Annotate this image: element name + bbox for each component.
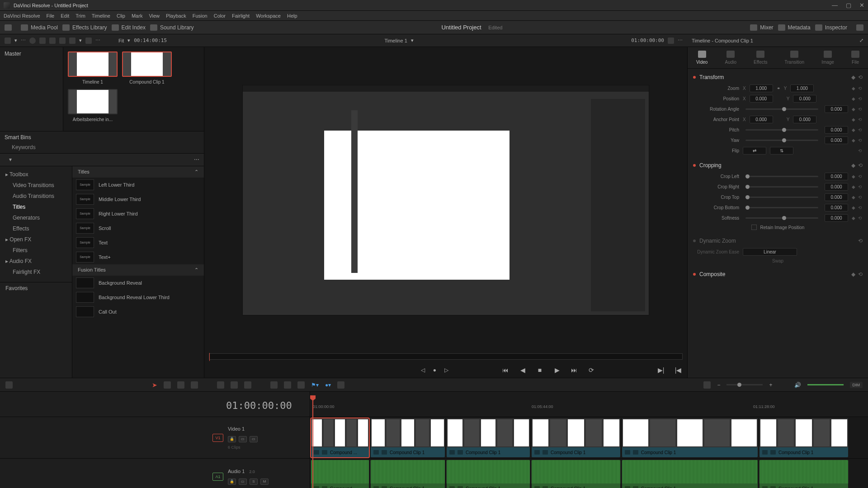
title-preset[interactable]: SampleLeft Lower Third	[72, 178, 204, 192]
first-frame-button[interactable]: ⏮	[501, 366, 510, 375]
volume-icon[interactable]: 🔊	[794, 382, 801, 388]
media-pool-button[interactable]: Media Pool	[21, 24, 58, 31]
more-icon[interactable]: ⋯	[21, 38, 26, 43]
disable-track-icon[interactable]: ▭	[250, 436, 258, 442]
audio-clip[interactable]: Compound ...	[311, 460, 369, 488]
effects-node-effects[interactable]: Effects	[0, 223, 72, 234]
inspector-tab-image[interactable]: Image	[821, 51, 834, 65]
audio-track-header[interactable]: A1 Audio 12.0 🔒▭SM	[0, 458, 310, 488]
master-bin[interactable]: Master	[5, 51, 58, 57]
audio-track[interactable]: Compound ...Compound Clip 1Compound Clip…	[310, 459, 868, 488]
clip-thumbnail[interactable]: Arbeitsbereiche in...	[68, 89, 118, 122]
crop-left-slider[interactable]	[745, 176, 818, 177]
expand-icon[interactable]	[856, 24, 863, 31]
volume-slider[interactable]	[807, 384, 844, 385]
dim-button[interactable]: DIM	[850, 382, 863, 388]
menu-file[interactable]: File	[47, 13, 55, 19]
audio-clip[interactable]: Compound Clip 1	[447, 460, 530, 488]
flag-icon[interactable]: ⚑▾	[311, 382, 319, 388]
lock-track-icon[interactable]: 🔒	[228, 436, 236, 442]
flip-v-button[interactable]: ⇅	[770, 147, 793, 155]
auto-select-icon[interactable]: ▭	[239, 436, 247, 442]
video-track[interactable]: Compound ...Compound Clip 1Compound Clip…	[310, 417, 868, 459]
effects-library-button[interactable]: Effects Library	[62, 24, 107, 31]
menu-view[interactable]: View	[149, 13, 160, 19]
audio-clip[interactable]: Compound Clip 1	[760, 460, 848, 488]
title-preset[interactable]: SampleRight Lower Third	[72, 206, 204, 221]
effects-node-fairlight-fx[interactable]: Fairlight FX	[0, 267, 72, 277]
snap-icon[interactable]	[270, 381, 278, 389]
keyframe-icon[interactable]: ◆	[851, 74, 855, 80]
insert-icon[interactable]	[217, 381, 224, 389]
video-clip[interactable]: Compound ...	[311, 418, 369, 457]
menu-timeline[interactable]: Timeline	[92, 13, 110, 19]
pos-y-input[interactable]: 0.000	[793, 95, 816, 103]
clip-thumbnail[interactable]: Timeline 1	[68, 52, 118, 84]
viewer[interactable]	[204, 47, 687, 353]
crop-left-input[interactable]: 0.000	[825, 173, 848, 180]
timeline-name[interactable]: Timeline 1	[384, 38, 407, 43]
effects-node-video-transitions[interactable]: Video Transitions	[0, 180, 72, 191]
menu-edit[interactable]: Edit	[61, 13, 69, 19]
overwrite-icon[interactable]	[231, 381, 238, 389]
blade-tool-icon[interactable]	[191, 381, 198, 389]
lock-track-icon[interactable]: 🔒	[228, 479, 236, 485]
video-clip[interactable]: Compound Clip 1	[622, 418, 758, 457]
ease-select[interactable]: Linear	[743, 248, 797, 256]
fusion-title-preset[interactable]: Call Out	[72, 305, 204, 319]
inspector-tab-file[interactable]: File	[851, 51, 859, 65]
edit-index-button[interactable]: Edit Index	[112, 24, 146, 31]
favorites-section[interactable]: Favorites	[0, 282, 72, 294]
viewer-scrubber[interactable]	[209, 353, 683, 360]
lock-icon[interactable]	[297, 381, 305, 389]
smart-bins-header[interactable]: Smart Bins	[5, 134, 199, 141]
view-list-icon[interactable]	[49, 38, 56, 44]
bypass-icon[interactable]	[668, 38, 674, 44]
replace-icon[interactable]	[244, 381, 251, 389]
minimize-button[interactable]: —	[832, 2, 838, 9]
effects-node-filters[interactable]: Filters	[0, 245, 72, 256]
menu-help[interactable]: Help	[287, 13, 297, 19]
play-button[interactable]: ▶	[552, 366, 561, 375]
zoom-out-button[interactable]: −	[717, 382, 720, 388]
maximize-button[interactable]: ▢	[846, 2, 851, 9]
menu-clip[interactable]: Clip	[117, 13, 125, 19]
prev-frame-button[interactable]: ◀	[518, 366, 527, 375]
effects-node-generators[interactable]: Generators	[0, 212, 72, 223]
crop-top-slider[interactable]	[745, 197, 818, 198]
menu-fairlight[interactable]: Fairlight	[232, 13, 250, 19]
arm-icon[interactable]: ▭	[239, 479, 247, 485]
menu-trim[interactable]: Trim	[75, 13, 85, 19]
dynamic-trim-icon[interactable]	[177, 381, 184, 389]
trim-tool-icon[interactable]	[164, 381, 171, 389]
transform-section[interactable]: Transform	[699, 74, 724, 80]
full-screen-icon[interactable]	[5, 24, 12, 31]
inspector-tab-transition[interactable]: Transition	[785, 51, 805, 65]
chevron-down-icon[interactable]: ▾	[14, 38, 17, 43]
index-icon[interactable]	[337, 381, 344, 389]
marker-icon[interactable]: ●▾	[325, 382, 331, 388]
crop-top-input[interactable]: 0.000	[825, 193, 848, 201]
title-preset[interactable]: SampleText+	[72, 250, 204, 264]
solo-button[interactable]: S	[250, 479, 258, 485]
video-clip[interactable]: Compound Clip 1	[532, 418, 620, 457]
title-preset[interactable]: SampleMiddle Lower Third	[72, 192, 204, 206]
search-icon[interactable]	[69, 38, 75, 44]
menu-fusion[interactable]: Fusion	[193, 13, 208, 19]
effects-node-toolbox[interactable]: ▸ Toolbox	[0, 169, 72, 180]
crop-right-slider[interactable]	[745, 186, 818, 188]
effects-node-audio-transitions[interactable]: Audio Transitions	[0, 191, 72, 202]
mixer-button[interactable]: Mixer	[750, 24, 773, 31]
view-thumb-icon[interactable]	[39, 38, 46, 44]
clip-thumbnail[interactable]: Compound Clip 1	[122, 52, 172, 84]
video-clip[interactable]: Compound Clip 1	[760, 418, 848, 457]
chevron-down-icon[interactable]: ▾	[79, 38, 82, 43]
next-edit-icon[interactable]: ▷	[444, 367, 448, 373]
video-clip[interactable]: Compound Clip 1	[447, 418, 530, 457]
menu-playback[interactable]: Playback	[166, 13, 186, 19]
video-track-header[interactable]: V1 Video 1 🔒▭▭ 6 Clips	[0, 417, 310, 458]
audio-clip[interactable]: Compound Clip 1	[532, 460, 620, 488]
composite-section[interactable]: Composite	[699, 271, 725, 277]
title-preset[interactable]: SampleScroll	[72, 221, 204, 235]
selection-tool-icon[interactable]: ➤	[152, 381, 157, 389]
